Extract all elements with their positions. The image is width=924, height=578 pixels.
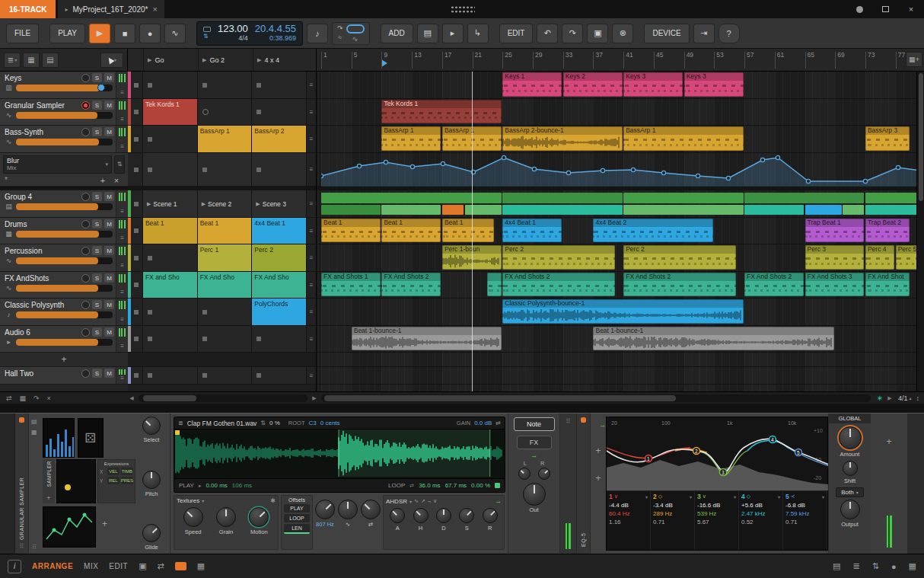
automation-point[interactable]: [321, 174, 323, 177]
lane-options-icon[interactable]: ≡: [120, 316, 124, 323]
automation-point[interactable]: [384, 160, 387, 164]
remove-lane-button[interactable]: ×: [110, 176, 123, 185]
lane-options-icon[interactable]: ≡: [120, 262, 124, 269]
clip-slot[interactable]: [198, 367, 253, 384]
track-header[interactable]: Hall TwoSM≡: [0, 367, 128, 385]
mute-button[interactable]: M: [104, 246, 114, 255]
arrange-layout-button[interactable]: ARRANGE: [32, 562, 73, 570]
arranger-lane[interactable]: Beat 1-bounce-1Beat 1-bounce-1: [317, 326, 916, 353]
arranger-lane[interactable]: BassArp 1BassArp 1BassArp 2-bounce-1Bass…: [317, 126, 916, 153]
time-signature-display[interactable]: 4/4: [238, 35, 248, 43]
clip-slot[interactable]: ▶Scene 1: [143, 190, 198, 217]
grain-freq-value[interactable]: 807 Hz: [316, 521, 334, 528]
zoom-fit-icon[interactable]: ↕: [916, 394, 924, 402]
row-options-icon[interactable]: ≡: [307, 299, 316, 325]
arranger-clip[interactable]: BassArp 1: [623, 126, 743, 151]
sustain-knob[interactable]: [459, 508, 474, 523]
solo-button[interactable]: S: [92, 273, 102, 283]
clip-slot[interactable]: Beat 1: [198, 218, 253, 244]
group-clip-segment[interactable]: [623, 205, 743, 215]
mute-button[interactable]: M: [104, 127, 114, 136]
volume-fader[interactable]: [16, 112, 113, 119]
add-device-slot[interactable]: +: [886, 436, 891, 447]
root-cents-value[interactable]: 0 cents: [320, 420, 340, 426]
vertical-scrollbar[interactable]: [916, 72, 924, 391]
arranger-clip[interactable]: Beat 1: [321, 219, 381, 242]
lane-options-icon[interactable]: ≡: [120, 375, 124, 382]
play-marker[interactable]: [175, 430, 180, 435]
clip-slot[interactable]: [198, 153, 253, 186]
group-clip-segment[interactable]: [805, 205, 842, 215]
arranger-clip[interactable]: FX And Shots 3: [805, 273, 865, 296]
arranger-clip[interactable]: Perc 4: [865, 245, 894, 270]
arranger-clip[interactable]: Keys 3: [684, 72, 744, 97]
env-shape4-icon[interactable]: ∨: [433, 498, 437, 504]
band-type-icon[interactable]: ∨: [703, 493, 706, 500]
timb-button[interactable]: TIMB: [121, 468, 133, 475]
band-freq-value[interactable]: 539 Hz: [697, 510, 736, 517]
solo-button[interactable]: S: [92, 369, 102, 378]
arranger-clip[interactable]: Trap Beat 2: [865, 219, 910, 242]
mix-layout-button[interactable]: MIX: [84, 562, 98, 570]
clip-slot[interactable]: [198, 326, 253, 352]
solo-button[interactable]: S: [92, 246, 102, 255]
band-type-icon[interactable]: ◇: [658, 493, 662, 500]
dual-display-icon[interactable]: ▣: [139, 561, 146, 571]
automation-point[interactable]: [760, 158, 764, 161]
arranger-clip[interactable]: 4x4 Beat 2: [593, 219, 712, 242]
offset-loop-button[interactable]: LOOP: [284, 514, 310, 522]
xy-cursor[interactable]: [65, 484, 71, 490]
device-menu-button[interactable]: DEVICE: [644, 24, 689, 43]
row-options-icon[interactable]: ≡: [307, 326, 316, 352]
solo-button[interactable]: S: [92, 101, 102, 110]
clip-slot[interactable]: [143, 299, 198, 325]
arranger-lane[interactable]: [317, 153, 916, 187]
release-knob[interactable]: [483, 508, 498, 523]
track-activity-button[interactable]: [81, 301, 90, 309]
solo-button[interactable]: S: [92, 73, 102, 82]
automation-point[interactable]: [631, 168, 635, 171]
mute-button[interactable]: M: [104, 101, 114, 110]
clip-slot[interactable]: [252, 72, 307, 98]
track-header[interactable]: KeysSM▥≡: [0, 72, 128, 99]
arranger-clip[interactable]: Keys 1: [502, 72, 562, 97]
play-menu-button[interactable]: PLAY: [49, 24, 85, 43]
lane-options-icon[interactable]: ≡: [120, 143, 124, 150]
copy-button[interactable]: ▣: [587, 24, 608, 43]
row-options-icon[interactable]: ≡: [307, 99, 316, 125]
timeline-ruler[interactable]: 1591317212529333741454953576165697377: [317, 49, 924, 71]
mute-button[interactable]: M: [104, 273, 114, 283]
clip-slot[interactable]: [198, 72, 253, 98]
automation-point[interactable]: [566, 171, 570, 174]
launcher-scrollbar[interactable]: [139, 394, 307, 402]
row-options-icon[interactable]: ≡: [307, 218, 316, 244]
fader-handle[interactable]: [97, 84, 105, 91]
clip-slot[interactable]: 4x4 Beat 1: [252, 218, 307, 244]
mute-button[interactable]: M: [104, 192, 114, 201]
xy-pad-display[interactable]: [56, 459, 96, 503]
arranger-lane[interactable]: Tek Kords 1: [317, 99, 916, 126]
device-power-icon[interactable]: [19, 417, 24, 423]
loop-mode-icon[interactable]: ⇄: [409, 483, 414, 489]
arranger-clip[interactable]: Tek Kords 1: [381, 100, 501, 123]
group-clip-segment[interactable]: [744, 205, 804, 215]
track-header[interactable]: Group 4SM▤≡: [0, 190, 128, 218]
mute-button[interactable]: M: [104, 219, 114, 228]
pin-lane-button[interactable]: ⇅: [114, 155, 125, 174]
vel-button[interactable]: VEL: [107, 468, 119, 475]
arranger-clip[interactable]: [487, 273, 501, 296]
eq-curve-display[interactable]: 20 100 1k 10k +10 -10 -20: [607, 417, 829, 490]
clip-slot[interactable]: ▶Scene 2: [198, 190, 253, 217]
row-options-icon[interactable]: ≡: [307, 153, 316, 186]
tempo-display[interactable]: 123.00: [218, 24, 248, 34]
track-header[interactable]: PercussionSM∿≡: [0, 244, 128, 272]
track-activity-button[interactable]: [81, 247, 90, 255]
clip-stop-cell[interactable]: [128, 72, 143, 98]
drag-handle-icon[interactable]: ⠿: [20, 543, 24, 550]
arranger-clip[interactable]: FX and Shots 1: [321, 273, 381, 296]
display-mode-icon[interactable]: [203, 27, 211, 32]
row-options-icon[interactable]: ≡: [307, 244, 316, 271]
arranger-clip[interactable]: Trap Beat 1: [805, 219, 865, 242]
arranger-clip[interactable]: Keys 3: [623, 72, 683, 97]
auto-scroll-icon[interactable]: ↷: [33, 394, 40, 402]
